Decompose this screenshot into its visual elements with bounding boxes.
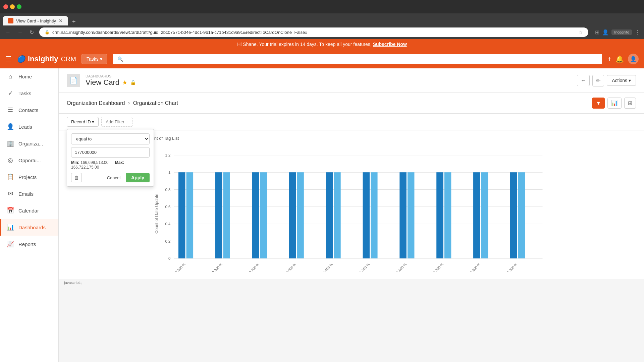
sidebar-item-organizations[interactable]: 🏢 Organiza... (0, 135, 58, 152)
tab-title: View Card - Insightly (16, 18, 56, 23)
avatar[interactable]: 👤 (628, 54, 639, 64)
new-tab-button[interactable]: + (69, 18, 78, 25)
svg-text:0.6: 0.6 (165, 205, 171, 209)
add-button[interactable]: + (607, 55, 611, 63)
svg-text:161,700 %: 161,700 % (430, 262, 444, 272)
table-view-button[interactable]: ⊞ (624, 98, 636, 109)
page-title-text: View Card (86, 78, 119, 87)
page-header: 📄 DASHBOARDS View Card ★ 🔒 ← ✏ Actions ▾ (59, 68, 644, 93)
bar-6-1 (363, 172, 370, 258)
app-header: ☰ 🔵 insightly CRM Tasks ▾ 🔍 + 🔔 👤 (0, 50, 644, 68)
record-id-filter[interactable]: Record ID ▾ (67, 117, 99, 127)
main-layout: ⌂ Home ✓ Tasks ☰ Contacts 👤 Leads 🏢 Orga… (0, 68, 644, 362)
sidebar-item-calendar[interactable]: 📅 Calendar (0, 202, 58, 219)
svg-text:162,000 %: 162,000 % (393, 262, 407, 272)
active-tab[interactable]: View Card - Insightly ✕ (3, 16, 68, 25)
tab-close-button[interactable]: ✕ (59, 18, 63, 23)
app-container: Hi Shane. Your trial expires in 14 days.… (0, 39, 644, 362)
forward-button[interactable]: → (16, 28, 24, 37)
bar-8-1 (436, 172, 443, 258)
bar-1-2 (186, 172, 194, 258)
logo-icon: 🔵 (17, 55, 25, 63)
sidebar-item-contacts[interactable]: ☰ Contacts (0, 102, 58, 118)
tasks-button[interactable]: Tasks ▾ (82, 54, 107, 64)
edit-button[interactable]: ✏ (592, 75, 604, 86)
maximize-button[interactable] (17, 4, 21, 9)
bookmark-icon[interactable]: ☆ (579, 29, 583, 35)
page-actions: ← ✏ Actions ▾ (577, 75, 636, 86)
back-action-button[interactable]: ← (577, 75, 590, 86)
min-label: Min: 166,699,513.00 (71, 160, 108, 165)
extensions-button[interactable]: ⊞ (595, 29, 599, 36)
refresh-button[interactable]: ↻ (28, 28, 35, 37)
svg-text:161,600 %: 161,600 % (467, 262, 481, 272)
sidebar-item-projects[interactable]: 📋 Projects (0, 169, 58, 185)
sidebar-item-tasks[interactable]: ✓ Tasks (0, 85, 58, 102)
logo: 🔵 insightly CRM (17, 55, 76, 63)
svg-text:162,700 %: 162,700 % (246, 262, 260, 272)
favorite-star[interactable]: ★ (122, 79, 127, 86)
svg-text:162,400 %: 162,400 % (319, 262, 333, 272)
hamburger-menu[interactable]: ☰ (5, 55, 11, 63)
svg-text:162,500 %: 162,500 % (282, 262, 297, 272)
page-breadcrumb: DASHBOARDS (86, 74, 572, 78)
back-button[interactable]: ← (4, 28, 12, 37)
search-icon: 🔍 (117, 56, 123, 62)
browser-window-controls (0, 0, 644, 13)
bar-10-1 (510, 172, 517, 258)
delete-filter-button[interactable]: 🗑 (71, 173, 82, 182)
bar-10-2 (518, 172, 525, 258)
filter-view-button[interactable]: ▼ (592, 98, 605, 109)
apply-label: Apply (131, 175, 144, 180)
sidebar-item-reports[interactable]: 📈 Reports (0, 236, 58, 252)
bar-5-1 (326, 172, 333, 258)
breadcrumb-dashboard[interactable]: Organization Dashboard (67, 100, 125, 106)
bar-4-2 (297, 172, 304, 258)
svg-text:0.8: 0.8 (165, 188, 171, 192)
sidebar-label-home: Home (18, 74, 32, 79)
status-bar: javascript:; (59, 279, 644, 286)
window-buttons[interactable] (3, 4, 21, 9)
sidebar-item-home[interactable]: ⌂ Home (0, 68, 58, 85)
apply-filter-button[interactable]: Apply (126, 173, 150, 182)
svg-text:162,300 %: 162,300 % (356, 262, 370, 272)
tasks-icon: ✓ (6, 89, 14, 97)
close-button[interactable] (3, 4, 8, 9)
record-id-label: Record ID ▾ (71, 119, 94, 124)
add-filter-plus: + (126, 119, 128, 124)
filter-bar: Record ID ▾ Add Filter + equal to not eq… (59, 114, 644, 130)
user-profile-button[interactable]: 👤 (602, 29, 609, 36)
notifications-button[interactable]: 🔔 (615, 55, 624, 63)
svg-text:167,500 %: 167,500 % (172, 262, 186, 272)
actions-button[interactable]: Actions ▾ (607, 75, 636, 86)
filter-condition-select[interactable]: equal to not equal to greater than less … (71, 133, 150, 144)
sidebar-item-opportunities[interactable]: ◎ Opportu... (0, 152, 58, 169)
bar-7-2 (408, 172, 415, 258)
sidebar-item-leads[interactable]: 👤 Leads (0, 118, 58, 135)
calendar-icon: 📅 (6, 207, 14, 214)
filter-value-input[interactable] (71, 147, 150, 158)
bar-6-2 (371, 172, 378, 258)
address-bar: ← → ↻ 🔒 crm.na1.insightly.com/dashboards… (0, 25, 644, 39)
sidebar-label-tasks: Tasks (18, 90, 31, 96)
bar-9-1 (473, 172, 480, 258)
sidebar-label-emails: Emails (18, 191, 34, 197)
filter-dropdown: equal to not equal to greater than less … (67, 129, 154, 187)
search-bar[interactable]: 🔍 (113, 54, 602, 64)
url-text: crm.na1.insightly.com/dashboards/ViewCar… (52, 30, 576, 35)
url-bar[interactable]: 🔒 crm.na1.insightly.com/dashboards/ViewC… (39, 27, 588, 37)
sidebar-item-emails[interactable]: ✉ Emails (0, 185, 58, 202)
logo-text: insightly (28, 55, 58, 63)
add-filter-button[interactable]: Add Filter + (101, 117, 132, 127)
svg-text:161,300 %: 161,300 % (503, 262, 518, 272)
sidebar-item-dashboards[interactable]: 📊 Dashboards (0, 219, 58, 236)
sidebar-label-leads: Leads (18, 124, 32, 130)
subscribe-link[interactable]: Subscribe Now (373, 42, 407, 47)
chart-view-button[interactable]: 📊 (607, 98, 622, 109)
minimize-button[interactable] (10, 4, 15, 9)
cancel-label: Cancel (107, 175, 120, 180)
menu-button[interactable]: ⋮ (635, 29, 640, 36)
tasks-label: Tasks (87, 56, 99, 62)
svg-text:162,300 %: 162,300 % (209, 262, 223, 272)
cancel-filter-button[interactable]: Cancel (104, 174, 123, 182)
